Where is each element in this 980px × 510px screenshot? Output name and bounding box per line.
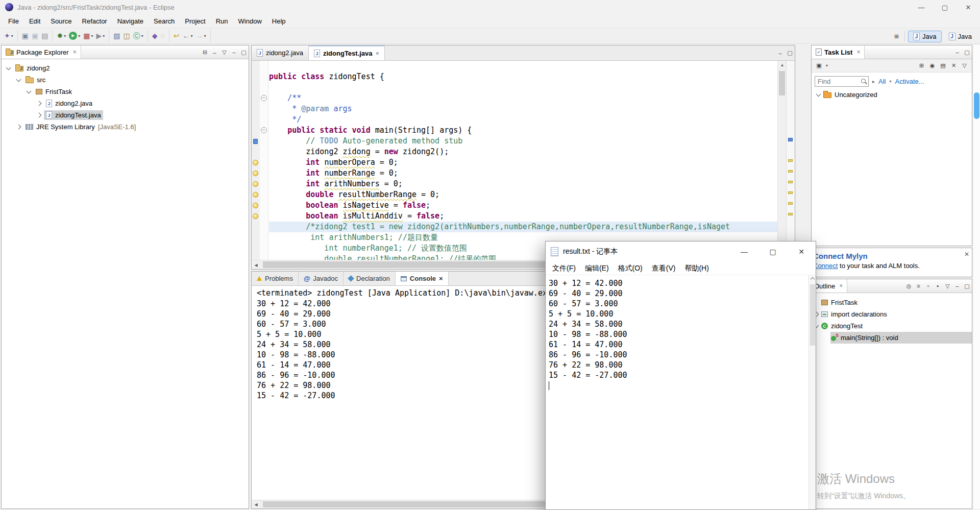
close-tab-icon[interactable]: × xyxy=(439,275,443,282)
scrollbar-thumb[interactable] xyxy=(779,71,785,95)
coverage-icon[interactable]: ▦▾ xyxy=(82,31,94,41)
menu-refactor[interactable]: Refactor xyxy=(77,15,112,27)
notepad-menu-item[interactable]: 编辑(E) xyxy=(580,262,614,275)
close-view-icon[interactable]: × xyxy=(73,48,77,56)
menu-file[interactable]: File xyxy=(3,15,24,27)
close-view-icon[interactable]: × xyxy=(839,282,843,289)
view-tab-console[interactable]: Console× xyxy=(396,272,449,285)
close-view-icon[interactable]: × xyxy=(856,48,860,56)
new-java-project-icon[interactable]: ▧ xyxy=(112,31,121,41)
scroll-left-icon[interactable]: ◀ xyxy=(252,500,260,509)
scroll-left-icon[interactable]: ◀ xyxy=(252,260,260,270)
maximize-icon[interactable]: ▢ xyxy=(785,50,795,56)
maximize-button[interactable]: ▢ xyxy=(933,0,957,14)
save-all-icon[interactable]: ▣ xyxy=(30,31,40,41)
notepad-maximize-button[interactable]: ▢ xyxy=(758,241,787,262)
minimize-icon[interactable]: – xyxy=(775,50,785,56)
scrollbar-thumb[interactable] xyxy=(810,284,815,346)
chevron-down-icon[interactable]: ▾ xyxy=(889,79,891,84)
notepad-text-area[interactable]: 30 + 12 = 42.00069 - 40 = 29.00060 - 57 … xyxy=(546,275,808,509)
last-edit-location-icon[interactable]: ↩ xyxy=(172,31,181,41)
menu-help[interactable]: Help xyxy=(267,15,291,27)
warning-bulb-icon[interactable] xyxy=(253,192,258,198)
delete-icon[interactable]: ✕ xyxy=(949,62,959,69)
print-icon[interactable]: ▤ xyxy=(40,31,50,41)
outline-item-fristtask[interactable]: FristTask xyxy=(812,297,972,308)
window-scrollbar-thumb[interactable] xyxy=(974,92,979,119)
minimize-icon[interactable]: – xyxy=(952,49,962,56)
warning-overview-mark[interactable] xyxy=(788,170,793,173)
new-package-icon[interactable]: ◫ xyxy=(122,31,132,41)
collapse-icon[interactable] xyxy=(816,91,821,96)
tree-item-zidong2.java[interactable]: Jzidong2.java xyxy=(2,98,249,109)
warning-overview-mark[interactable] xyxy=(788,213,793,215)
minimize-icon[interactable]: – xyxy=(952,283,962,289)
forward-icon[interactable]: →▾ xyxy=(194,31,208,41)
connector-icon[interactable]: ▤ xyxy=(938,62,948,69)
menu-run[interactable]: Run xyxy=(211,15,233,27)
search-icon[interactable]: ◌ xyxy=(159,31,166,41)
expand-icon[interactable] xyxy=(37,113,42,118)
expand-icon[interactable] xyxy=(16,125,21,130)
view-tab-javadoc[interactable]: @Javadoc xyxy=(299,272,344,285)
maximize-icon[interactable]: ▢ xyxy=(239,49,249,56)
activate-link[interactable]: Activate... xyxy=(895,78,924,85)
editor-tab-zidongTest.java[interactable]: JzidongTest.java× xyxy=(309,45,385,60)
warning-bulb-icon[interactable] xyxy=(253,213,258,219)
sort-icon[interactable]: ≡ xyxy=(914,283,923,289)
collapse-icon[interactable] xyxy=(16,77,21,82)
minimize-button[interactable]: — xyxy=(910,0,933,14)
external-tools-icon[interactable]: ▶▾ xyxy=(94,31,106,41)
maximize-icon[interactable]: ▢ xyxy=(962,49,972,56)
warning-overview-mark[interactable] xyxy=(788,191,793,194)
menu-edit[interactable]: Edit xyxy=(24,15,45,27)
tree-item-jre-system-library[interactable]: JRE System Library [JavaSE-1.6] xyxy=(2,121,249,133)
notepad-scrollbar[interactable] xyxy=(808,275,816,509)
editor-tab-zidong2.java[interactable]: Jzidong2.java xyxy=(252,45,309,60)
task-list-tab[interactable]: ✓ Task List × xyxy=(812,45,865,59)
new-class-icon[interactable]: Ⓒ▾ xyxy=(132,31,145,41)
warning-bulb-icon[interactable] xyxy=(253,171,258,176)
scrollbar-thumb[interactable] xyxy=(263,501,549,507)
package-explorer-tab[interactable]: Package Explorer × xyxy=(2,45,81,59)
overview-ruler[interactable] xyxy=(786,61,795,260)
chevron-right-icon[interactable]: ▸ xyxy=(872,79,875,84)
collapse-icon[interactable] xyxy=(6,65,11,70)
scheduled-icon[interactable]: ◉ xyxy=(927,62,937,69)
outline-item-import-declarations[interactable]: import declarations xyxy=(812,308,972,320)
warning-bulb-icon[interactable] xyxy=(253,181,258,187)
tree-item-fristtask[interactable]: FristTask xyxy=(2,86,249,98)
hide-static-icon[interactable]: ▪ xyxy=(933,283,943,289)
close-tab-icon[interactable]: × xyxy=(376,50,380,57)
focus-icon[interactable]: ◎ xyxy=(904,283,914,289)
perspective-java[interactable]: JJava xyxy=(944,31,977,42)
outline-item-zidongtest[interactable]: CzidongTest xyxy=(812,320,972,332)
scroll-up-icon[interactable]: ▲ xyxy=(778,61,787,69)
view-tab-problems[interactable]: Problems xyxy=(252,272,299,285)
link-editor-icon[interactable]: ↔ xyxy=(210,49,219,56)
connect-link[interactable]: Connect xyxy=(813,262,838,270)
filter-all-link[interactable]: All xyxy=(878,78,886,85)
code-editor[interactable]: public class zidongTest { /** * @param a… xyxy=(269,61,777,260)
menu-navigate[interactable]: Navigate xyxy=(112,15,149,27)
tree-item-zidong2[interactable]: zidong2 xyxy=(2,62,249,74)
fold-collapse-icon[interactable]: − xyxy=(261,127,267,133)
view-menu-icon[interactable]: ▽ xyxy=(960,62,969,69)
notepad-minimize-button[interactable]: — xyxy=(730,241,758,262)
new-task-icon[interactable]: ▣ xyxy=(814,62,824,69)
warning-bulb-icon[interactable] xyxy=(253,203,258,208)
notepad-menu-item[interactable]: 格式(O) xyxy=(614,262,647,275)
view-menu-icon[interactable]: ▽ xyxy=(943,283,952,289)
editor-vertical-scrollbar[interactable]: ▲ ▼ xyxy=(777,61,786,260)
notepad-titlebar[interactable]: result.txt - 记事本 —▢✕ xyxy=(546,241,816,262)
warning-overview-mark[interactable] xyxy=(788,159,793,162)
scrollbar-thumb[interactable] xyxy=(263,261,569,268)
warning-overview-mark[interactable] xyxy=(788,202,793,205)
new-wizard-icon[interactable]: ✦▾ xyxy=(3,31,15,41)
warning-overview-mark[interactable] xyxy=(788,181,793,183)
maximize-icon[interactable]: ▢ xyxy=(962,283,972,289)
perspective-java-active[interactable]: JJava xyxy=(908,31,941,42)
todo-overview-mark[interactable] xyxy=(788,138,793,141)
tree-item-src[interactable]: src xyxy=(2,74,249,86)
collapse-icon[interactable] xyxy=(27,88,32,93)
